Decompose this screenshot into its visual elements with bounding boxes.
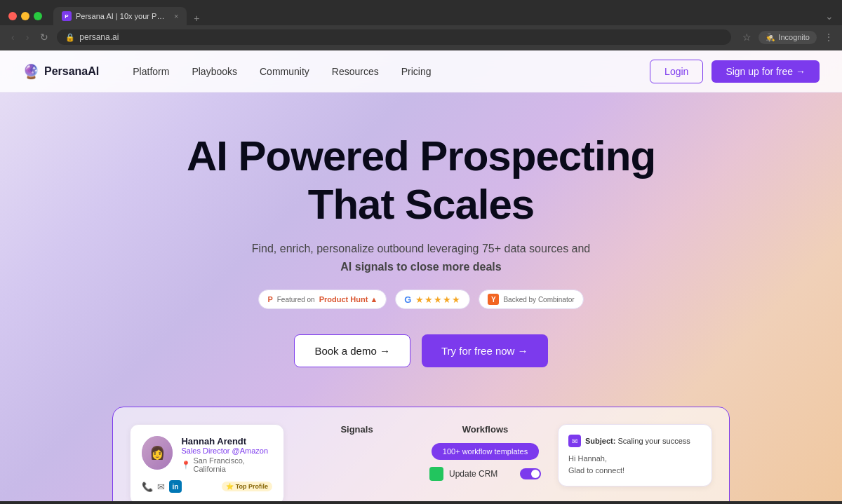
minimize-button[interactable] [21,12,29,20]
top-profile-badge: ⭐ Top Profile [222,482,272,491]
cta-buttons: Book a demo → Try for free now → [14,334,828,367]
page-content: 🔮 PersanaAI Platform Playbooks Community… [0,50,842,501]
profile-info: Hannah Arendt Sales Director @Amazon 📍 S… [181,436,272,473]
crm-icon [429,467,443,481]
nav-playbooks[interactable]: Playbooks [192,66,237,77]
incognito-icon: 🕵 [766,33,775,42]
tab-title: Persana AI | 10x your Prospe... [76,12,167,20]
profile-name: Hannah Arendt [181,436,272,447]
profile-job-title: Sales Director @Amazon [181,447,272,455]
nav-pricing[interactable]: Pricing [401,66,432,77]
hero-title: AI Powered Prospecting That Scales [14,132,828,229]
hero-title-line1: AI Powered Prospecting [187,132,655,179]
nav-community[interactable]: Community [260,66,309,77]
email-body: Hi Hannah, Glad to connect! [568,453,702,476]
workflows-title: Workflows [429,424,541,435]
crm-text: Update CRM [449,469,497,479]
login-button[interactable]: Login [650,60,703,83]
hero-title-line2: That Scales [308,181,535,228]
browser-chrome: P Persana AI | 10x your Prospe... × + ⌄ … [0,0,842,50]
new-tab-button[interactable]: + [189,11,203,25]
social-proof-badges: P Featured on Product Hunt ▲ G ★★★★★ Y B… [14,290,828,309]
crm-toggle[interactable] [520,468,541,479]
back-button[interactable]: ‹ [8,30,18,44]
maximize-button[interactable] [34,12,42,20]
google-rating-badge: G ★★★★★ [395,290,470,309]
hero-subtitle-bold: AI signals to close more deals [340,261,501,273]
hero-subtitle-text: Find, enrich, personalize outbound lever… [252,243,591,254]
reload-button[interactable]: ↻ [37,30,51,44]
tab-close-icon[interactable]: × [174,12,178,20]
location-text: San Francisco, California [193,456,272,473]
address-bar: ‹ › ↻ 🔒 persana.ai ☆ 🕵 Incognito ⋮ [0,25,842,50]
tabs-bar: P Persana AI | 10x your Prospe... × + [53,7,820,25]
avatar: 👩 [142,436,173,470]
menu-icon[interactable]: ⋮ [824,32,834,43]
email-subject-row: ✉ Subject: Scaling your success [568,435,702,447]
title-bar: P Persana AI | 10x your Prospe... × + ⌄ [0,0,842,25]
ph-icon: P [267,295,272,304]
yc-text: Backed by Combinator [503,296,574,304]
url-bar[interactable]: 🔒 persana.ai [57,29,731,45]
more-options-button[interactable]: ⌄ [825,11,834,22]
logo-icon: 🔮 [22,63,40,80]
workflow-templates-button[interactable]: 100+ workflow templates [432,443,539,460]
location-icon: 📍 [181,461,191,470]
tab-favicon: P [62,11,72,21]
profile-links: 📞 ✉ in ⭐ Top Profile [142,480,272,493]
email-section: ✉ Subject: Scaling your success Hi Hanna… [558,424,712,501]
phone-icon: 📞 [142,482,153,492]
incognito-label: Incognito [778,33,810,41]
nav-links: Platform Playbooks Community Resources P… [133,66,650,77]
signup-label: Sign up for free → [726,66,806,77]
google-icon: G [404,294,411,305]
signup-button[interactable]: Sign up for free → [711,60,820,83]
profile-card: 👩 Hannah Arendt Sales Director @Amazon 📍… [130,424,284,501]
profile-header: 👩 Hannah Arendt Sales Director @Amazon 📍… [142,436,272,473]
nav-resources[interactable]: Resources [332,66,379,77]
logo-text: PersanaAI [44,65,99,78]
email-envelope-icon: ✉ [568,435,581,447]
email-icon: ✉ [157,482,165,492]
signals-section: Signals [301,424,413,501]
bookmark-icon[interactable]: ☆ [742,32,751,43]
traffic-lights [8,12,42,20]
yc-icon: Y [488,294,499,305]
product-hunt-badge: P Featured on Product Hunt ▲ [258,290,387,309]
email-greeting: Hi Hannah, [568,453,702,465]
nav-platform[interactable]: Platform [133,66,169,77]
email-subject: Subject: Scaling your success [585,437,690,445]
ph-text: Featured on [277,296,315,304]
hero-subtitle: Find, enrich, personalize outbound lever… [14,240,828,275]
address-actions: ☆ 🕵 Incognito ⋮ [742,31,834,44]
toggle-dot [531,470,540,478]
hero-section: AI Powered Prospecting That Scales Find,… [0,93,842,390]
try-free-button[interactable]: Try for free now → [422,334,548,367]
email-body-text: Glad to connect! [568,465,702,477]
ph-label: Product Hunt ▲ [319,295,378,304]
update-crm-row: Update CRM [429,467,541,481]
forward-button[interactable]: › [23,30,32,44]
close-button[interactable] [8,12,17,20]
nav-actions: Login Sign up for free → [650,60,820,83]
profile-location: 📍 San Francisco, California [181,456,272,473]
logo[interactable]: 🔮 PersanaAI [22,63,99,80]
email-subject-text: Scaling your success [617,437,690,445]
star-rating: ★★★★★ [415,294,461,305]
email-subject-label: Subject: [585,437,615,445]
workflows-section: Workflows 100+ workflow templates Update… [429,424,541,501]
linkedin-icon: in [169,480,182,493]
active-tab[interactable]: P Persana AI | 10x your Prospe... × [53,7,187,25]
yc-badge: Y Backed by Combinator [479,290,583,309]
url-text: persana.ai [79,32,119,42]
navbar: 🔮 PersanaAI Platform Playbooks Community… [0,50,842,93]
book-demo-button[interactable]: Book a demo → [294,334,410,367]
demo-section: 👩 Hannah Arendt Sales Director @Amazon 📍… [112,407,730,501]
incognito-indicator: 🕵 Incognito [759,31,817,44]
lock-icon: 🔒 [65,33,75,42]
email-card: ✉ Subject: Scaling your success Hi Hanna… [558,424,712,486]
signals-title: Signals [301,424,413,435]
